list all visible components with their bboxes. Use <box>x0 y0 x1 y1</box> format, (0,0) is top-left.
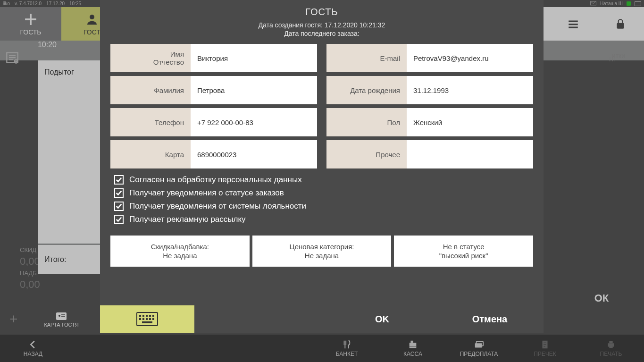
loyalty-notify-checkbox[interactable]: Получает уведомления от системы лояльнос… <box>114 202 529 211</box>
svg-rect-22 <box>139 318 141 320</box>
keyboard-button[interactable] <box>100 305 194 333</box>
cancel-button[interactable]: Отмена <box>436 305 544 333</box>
svg-rect-18 <box>142 315 144 317</box>
gender-label: Пол <box>326 108 407 136</box>
other-label: Прочее <box>326 140 407 168</box>
name-label: Имя Отчество <box>110 44 191 72</box>
risk-status-card[interactable]: Не в статусе "высокий риск" <box>394 236 533 267</box>
svg-rect-27 <box>142 321 152 323</box>
gender-field[interactable]: Женский <box>407 108 533 136</box>
checkmark-icon <box>114 202 124 211</box>
surname-field[interactable]: Петрова <box>191 76 317 104</box>
checkmark-icon <box>114 175 124 185</box>
card-field[interactable]: 6890000023 <box>191 140 317 168</box>
checkmark-icon <box>114 188 124 198</box>
consent-personal-data-checkbox[interactable]: Согласен на обработку персональных данны… <box>114 175 529 185</box>
birth-label: Дата рождения <box>326 76 407 104</box>
surname-label: Фамилия <box>110 76 191 104</box>
discount-card[interactable]: Скидка/надбавка: Не задана <box>110 236 250 267</box>
svg-rect-17 <box>139 315 141 317</box>
svg-rect-20 <box>149 315 151 317</box>
price-category-card[interactable]: Ценовая категория: Не задана <box>252 236 392 267</box>
loyalty-notify-label: Получает уведомления от системы лояльнос… <box>129 202 306 211</box>
phone-field[interactable]: +7 922 000-00-83 <box>191 108 317 136</box>
email-label: E-mail <box>326 44 407 72</box>
order-status-notify-checkbox[interactable]: Получает уведомления о статусе заказов <box>114 188 529 198</box>
modal-lastorder: Дата последнего заказа: <box>100 30 544 44</box>
svg-rect-25 <box>149 318 151 320</box>
svg-rect-24 <box>146 318 148 320</box>
birth-field[interactable]: 31.12.1993 <box>407 76 533 104</box>
name-field[interactable]: Виктория <box>191 44 317 72</box>
checkmark-icon <box>114 215 124 224</box>
consent-personal-data-label: Согласен на обработку персональных данны… <box>129 175 302 185</box>
modal-title: ГОСТЬ <box>100 0 544 20</box>
ads-notify-checkbox[interactable]: Получает рекламную рассылку <box>114 215 529 224</box>
svg-rect-26 <box>152 318 154 320</box>
email-field[interactable]: PetrovaV93@yandex.ru <box>407 44 533 72</box>
phone-label: Телефон <box>110 108 191 136</box>
ads-notify-label: Получает рекламную рассылку <box>129 215 246 224</box>
svg-rect-21 <box>152 315 154 317</box>
svg-rect-19 <box>146 315 148 317</box>
order-status-notify-label: Получает уведомления о статусе заказов <box>129 188 284 198</box>
card-label: Карта <box>110 140 191 168</box>
other-field[interactable] <box>407 140 533 168</box>
ok-button[interactable]: OK <box>328 305 436 333</box>
svg-rect-23 <box>142 318 144 320</box>
modal-created: Дата создания гостя: 17.12.2020 10:21:32 <box>100 20 544 30</box>
keyboard-icon <box>136 312 158 326</box>
guest-modal: ГОСТЬ Дата создания гостя: 17.12.2020 10… <box>100 0 544 333</box>
